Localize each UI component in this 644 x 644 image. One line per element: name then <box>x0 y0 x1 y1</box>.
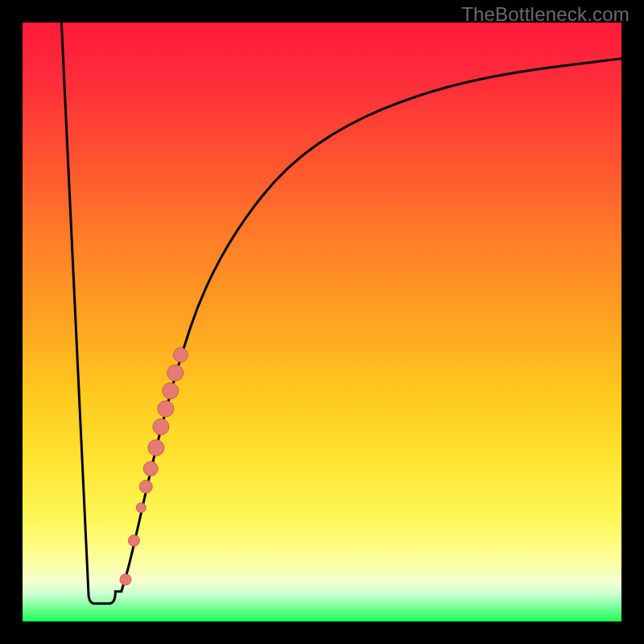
highlight-dot <box>120 574 131 585</box>
watermark-text: TheBottleneck.com <box>461 3 630 26</box>
highlight-dot <box>167 365 184 381</box>
bottleneck-chart <box>23 23 621 621</box>
highlight-dot <box>143 461 158 476</box>
highlight-dot <box>173 348 188 362</box>
highlight-dot <box>163 383 179 399</box>
gradient-background <box>23 23 621 621</box>
highlight-dot <box>128 535 139 547</box>
highlight-dot <box>153 419 169 435</box>
highlight-dot <box>139 481 152 493</box>
plot-frame <box>23 23 621 621</box>
highlight-dot <box>136 503 146 513</box>
highlight-dot <box>158 401 174 417</box>
highlight-dot <box>148 440 164 456</box>
